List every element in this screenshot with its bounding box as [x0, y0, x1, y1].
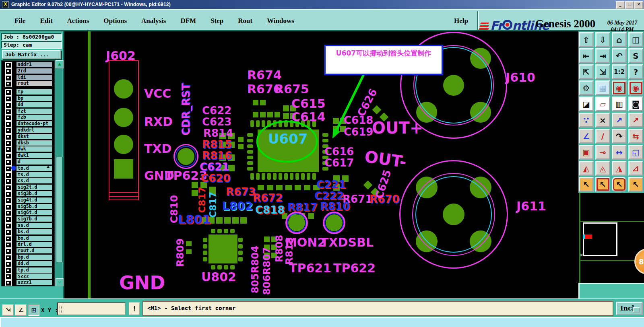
triangle-mode-4-button[interactable]: ⊿	[628, 161, 643, 176]
job-matrix-button[interactable]: Job Matrix ...	[2, 50, 61, 59]
layer-row-2rd[interactable]: 2rd	[2, 68, 53, 74]
layer-checkbox[interactable]	[5, 255, 12, 261]
pad-select-button[interactable]: ◙	[628, 97, 643, 111]
layer-label[interactable]: rout	[16, 80, 52, 86]
layer-label[interactable]: tp	[16, 89, 52, 95]
menu-edit[interactable]: Edit	[40, 17, 52, 25]
layer-row-ldi[interactable]: ldi	[2, 74, 53, 80]
layer-checkbox[interactable]	[5, 242, 12, 248]
layer-checkbox[interactable]	[5, 75, 12, 81]
home-view-button[interactable]: ⌂	[612, 32, 627, 47]
layer-checkbox[interactable]	[5, 216, 12, 223]
merge-surfaces-button[interactable]: ◱	[628, 145, 643, 160]
layer-label[interactable]: 2rd	[16, 68, 52, 74]
line-stretch-button[interactable]: ⊸	[595, 145, 610, 160]
layer-label[interactable]: ts.d	[16, 172, 52, 178]
layer-label[interactable]: sig7b.d	[16, 216, 52, 222]
layer-row-bp.d[interactable]: bp.d	[2, 254, 53, 260]
copy-move-button[interactable]: ↗	[628, 113, 643, 128]
zoom-center-button[interactable]: ⇲	[595, 64, 610, 79]
measure-distance-button[interactable]: ↔	[612, 145, 627, 160]
triangle-mode-3-button[interactable]: ◮	[612, 161, 627, 176]
menu-rout[interactable]: Rout	[238, 17, 252, 25]
mirror-button[interactable]: ⇆	[628, 129, 643, 144]
layer-label[interactable]: bp.d	[16, 254, 52, 260]
split-view-xy-button[interactable]: ◫	[628, 32, 643, 47]
layer-label[interactable]: datecode-pt	[16, 121, 52, 127]
command-bang-button[interactable]: !	[129, 302, 140, 315]
scroll-down-icon[interactable]: ▽	[56, 278, 64, 286]
pan-left-button[interactable]: ⇤	[579, 48, 594, 63]
rotate-by-angle-button[interactable]: ∠	[579, 129, 594, 144]
layer-checkbox[interactable]	[5, 185, 12, 191]
menu-file[interactable]: File	[14, 17, 25, 25]
layer-row-datecode-pt[interactable]: datecode-pt	[2, 121, 53, 127]
layer-checkbox[interactable]	[5, 178, 12, 185]
layer-row-rout.d[interactable]: rout.d	[2, 248, 53, 254]
layer-checkbox[interactable]	[5, 267, 12, 274]
layer-row-bs.d[interactable]: bs.d	[2, 229, 53, 235]
layer-label[interactable]: rout.d	[16, 248, 52, 254]
context-help-button[interactable]: ?	[628, 64, 643, 79]
layer-checkbox[interactable]	[5, 261, 12, 267]
previous-view-button[interactable]: ↶	[612, 48, 627, 63]
layer-row-tp.d[interactable]: tp.d	[2, 267, 53, 273]
grid-toggle-button[interactable]: ▦	[595, 80, 610, 95]
corner-select-button[interactable]: ⇲	[2, 304, 14, 316]
layer-label[interactable]: dwk1	[16, 152, 52, 158]
measure-ruler-button[interactable]: ▥	[612, 97, 627, 111]
menu-help[interactable]: Help	[454, 17, 468, 25]
layer-label[interactable]: sig6t.d	[16, 210, 52, 216]
layer-row-dd[interactable]: dd	[2, 102, 53, 108]
move-origin-button[interactable]: ↗	[612, 113, 627, 128]
layer-label[interactable]: sig5b.d	[16, 204, 52, 210]
layer-checkbox[interactable]	[5, 223, 12, 229]
xy-input[interactable]	[57, 302, 126, 315]
layer-row-sig4t.d[interactable]: sig4t.d	[2, 197, 53, 203]
select-polygon-button[interactable]: ↖	[612, 177, 627, 192]
layer-label[interactable]: sddr1	[16, 62, 52, 68]
layer-row-bp[interactable]: bp	[2, 95, 53, 101]
layer-label[interactable]: bp	[16, 95, 52, 101]
overview-panel[interactable]: ✕	[578, 193, 644, 283]
triangle-mode-1-button[interactable]: ◭	[579, 161, 594, 176]
menu-dfm[interactable]: DFM	[180, 17, 196, 25]
layer-row-ts.d[interactable]: ts.d	[2, 172, 53, 178]
layer-label[interactable]: ldi	[16, 74, 52, 80]
layer-label[interactable]: dwk	[16, 146, 52, 152]
layer-row-fzb[interactable]: fzb	[2, 114, 53, 120]
menu-actions[interactable]: Actions	[67, 17, 89, 25]
scroll-up-icon[interactable]: ▲	[56, 60, 64, 68]
layer-checkbox[interactable]	[5, 134, 12, 140]
layer-label[interactable]: d	[16, 159, 52, 165]
menu-windows[interactable]: Windows	[267, 17, 294, 25]
layer-checkbox[interactable]	[5, 236, 12, 242]
layer-label[interactable]: dd.d	[16, 261, 52, 267]
layer-checkbox[interactable]	[5, 146, 12, 153]
layer-row-sig3b.d[interactable]: sig3b.d	[2, 191, 53, 197]
layer-label[interactable]: dksb	[16, 140, 52, 146]
layer-row-drl.d[interactable]: drl.d	[2, 241, 53, 247]
view-save-button[interactable]: ⇧	[579, 32, 594, 47]
layer-label[interactable]: ss.d	[16, 222, 52, 228]
layer-label[interactable]: sig3b.d	[16, 191, 52, 197]
layer-checkbox[interactable]	[5, 121, 12, 128]
layer-row-d[interactable]: d	[2, 159, 53, 165]
layer-checkbox[interactable]	[5, 89, 12, 96]
scroll-thumb[interactable]	[56, 157, 63, 262]
layer-checkbox[interactable]	[5, 128, 12, 134]
menu-options[interactable]: Options	[103, 17, 127, 25]
layer-checkbox[interactable]	[5, 248, 12, 255]
layer-label[interactable]: bo.d	[16, 235, 52, 241]
layer-checkbox[interactable]	[5, 153, 12, 159]
layer-checkbox[interactable]	[5, 210, 12, 216]
layer-row-dd.d[interactable]: dd.d	[2, 261, 53, 267]
chain-select-button[interactable]: ∵	[579, 113, 594, 128]
pcb-canvas[interactable]: J602VCCRXDTXDGNDTP623CDR_RSTC622C623R814…	[64, 31, 578, 298]
layer-checkbox[interactable]	[5, 140, 12, 147]
select-rect-button[interactable]: ↖	[595, 177, 610, 192]
layer-checkbox[interactable]	[5, 96, 12, 102]
layer-row-bo.d[interactable]: bo.d	[2, 235, 53, 241]
layer-row-sig2t.d[interactable]: sig2t.d	[2, 184, 53, 190]
layer-label[interactable]: cs.d	[16, 178, 52, 184]
